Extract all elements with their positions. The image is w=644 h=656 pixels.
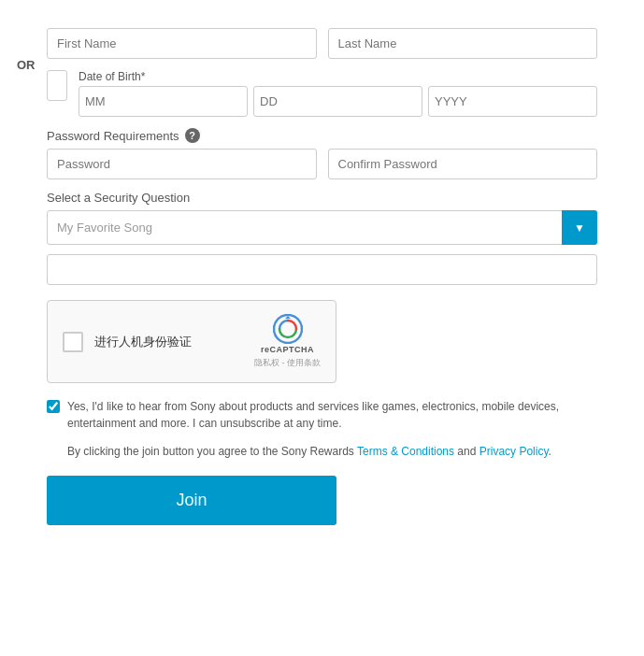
security-select-wrapper: My Favorite Song My First Pet's Name My … <box>47 210 597 245</box>
email-group <box>47 70 67 117</box>
dob-day-input[interactable] <box>253 86 422 117</box>
optin-label: Yes, I'd like to hear from Sony about pr… <box>67 398 597 432</box>
captcha-box[interactable]: 进行人机身份验证 reCAPTCHA 隐私权 - 使用条款 <box>47 300 336 383</box>
terms-after: . <box>549 445 551 458</box>
confirm-password-group <box>328 149 598 179</box>
privacy-policy-link[interactable]: Privacy Policy <box>479 445 549 458</box>
last-name-input[interactable] <box>328 28 598 59</box>
password-requirements-label: Password Requirements ? <box>47 128 597 143</box>
captcha-logo: reCAPTCHA 隐私权 - 使用条款 <box>254 314 321 369</box>
email-dob-row: Date of Birth* <box>47 70 597 117</box>
name-row <box>47 28 597 59</box>
first-name-input[interactable] <box>47 28 317 59</box>
dob-month-input[interactable] <box>79 86 248 117</box>
recaptcha-icon <box>273 314 303 344</box>
security-answer-input[interactable] <box>47 254 597 285</box>
password-input[interactable] <box>47 149 317 179</box>
optin-row: Yes, I'd like to hear from Sony about pr… <box>47 398 597 432</box>
dob-group: Date of Birth* <box>79 70 597 117</box>
dob-year-input[interactable] <box>428 86 597 117</box>
terms-text: By clicking the join button you agree to… <box>47 443 597 461</box>
captcha-left: 进行人机身份验证 <box>63 332 192 352</box>
join-button[interactable]: Join <box>47 476 336 525</box>
answer-group <box>47 254 597 285</box>
svg-marker-1 <box>285 316 291 319</box>
dob-inputs <box>79 86 597 117</box>
recaptcha-brand: reCAPTCHA <box>261 345 314 354</box>
terms-before: By clicking the join button you agree to… <box>67 445 357 458</box>
security-question-label: Select a Security Question <box>47 191 597 205</box>
first-name-group <box>47 28 317 59</box>
svg-point-0 <box>274 315 302 343</box>
page-wrapper: OR Date of Birth* Password Requirements … <box>0 19 644 535</box>
captcha-text: 进行人机身份验证 <box>94 334 192 350</box>
terms-conditions-link[interactable]: Terms & Conditions <box>357 445 454 458</box>
password-row <box>47 149 597 179</box>
dob-label: Date of Birth* <box>79 70 597 83</box>
password-group <box>47 149 317 179</box>
password-help-icon[interactable]: ? <box>185 128 200 143</box>
optin-checkbox[interactable] <box>47 400 60 413</box>
security-question-select[interactable]: My Favorite Song My First Pet's Name My … <box>47 210 597 245</box>
email-input[interactable] <box>47 70 67 101</box>
captcha-links: 隐私权 - 使用条款 <box>254 357 321 369</box>
terms-mid: and <box>454 445 479 458</box>
last-name-group <box>328 28 598 59</box>
confirm-password-input[interactable] <box>328 149 598 179</box>
captcha-checkbox[interactable] <box>63 332 83 352</box>
or-label: OR <box>17 58 36 72</box>
